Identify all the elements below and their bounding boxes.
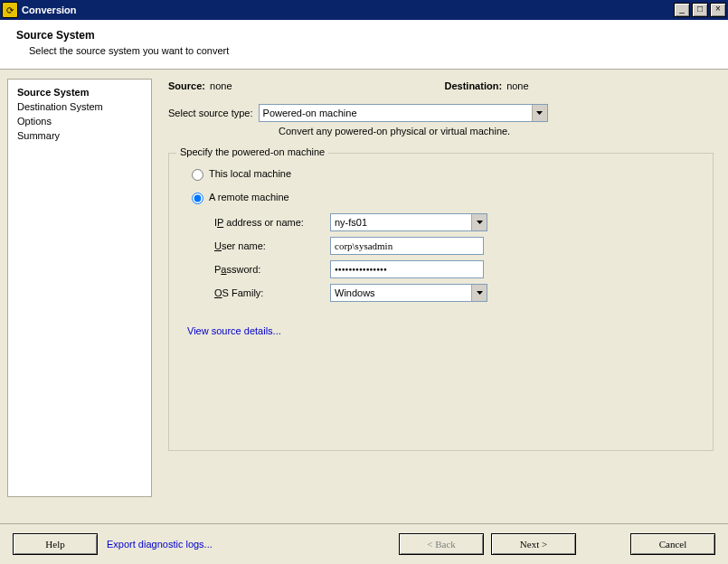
cancel-button[interactable]: Cancel: [630, 533, 715, 555]
back-button[interactable]: < Back: [399, 533, 484, 555]
export-logs-link[interactable]: Export diagnostic logs...: [107, 539, 213, 550]
radio-local-machine[interactable]: This local machine: [187, 166, 695, 181]
os-family-label: OS Family:: [214, 287, 330, 298]
ip-address-combobox[interactable]: ny-fs01: [330, 213, 487, 231]
view-source-details-link[interactable]: View source details...: [187, 325, 281, 336]
sidebar-item-options[interactable]: Options: [8, 114, 151, 128]
maximize-button[interactable]: □: [692, 3, 708, 17]
sidebar-item-summary[interactable]: Summary: [8, 128, 151, 143]
radio-remote-input[interactable]: [192, 193, 203, 204]
chevron-down-icon: [532, 105, 547, 121]
titlebar: ⟳ Conversion _ □ ×: [0, 0, 728, 20]
wizard-header: Source System Select the source system y…: [0, 20, 728, 70]
os-family-dropdown[interactable]: Windows: [330, 284, 487, 302]
close-button[interactable]: ×: [710, 3, 726, 17]
specify-machine-group: Specify the powered-on machine This loca…: [168, 153, 714, 451]
destination-summary: Destination: none: [445, 80, 722, 91]
sidebar-item-destination-system[interactable]: Destination System: [8, 99, 151, 114]
source-summary: Source: none: [168, 80, 445, 91]
sidebar-item-source-system[interactable]: Source System: [8, 85, 151, 99]
groupbox-title: Specify the powered-on machine: [176, 146, 328, 157]
source-type-dropdown[interactable]: Powered-on machine: [259, 104, 548, 122]
radio-local-input[interactable]: [192, 169, 203, 181]
source-type-hint: Convert any powered-on physical or virtu…: [279, 126, 721, 136]
help-button[interactable]: Help: [13, 533, 98, 555]
ip-address-label: IP address or name:: [214, 217, 330, 228]
chevron-down-icon: [471, 214, 487, 230]
username-input[interactable]: [330, 237, 484, 255]
minimize-button[interactable]: _: [674, 3, 690, 17]
source-type-label: Select source type:: [168, 108, 253, 118]
password-label: Password:: [214, 264, 330, 275]
footer-bar: Help Export diagnostic logs... < Back Ne…: [0, 523, 728, 564]
next-button[interactable]: Next >: [491, 533, 576, 555]
app-icon: ⟳: [2, 2, 18, 18]
main-panel: Source: none Destination: none Select so…: [152, 79, 721, 503]
page-title: Source System: [16, 29, 712, 42]
chevron-down-icon: [471, 285, 487, 301]
username-label: User name:: [214, 240, 330, 251]
page-subtitle: Select the source system you want to con…: [29, 45, 712, 56]
window-title: Conversion: [22, 5, 674, 15]
password-input[interactable]: [330, 260, 484, 278]
wizard-steps-sidebar: Source System Destination System Options…: [7, 79, 152, 497]
radio-remote-machine[interactable]: A remote machine: [187, 190, 695, 204]
